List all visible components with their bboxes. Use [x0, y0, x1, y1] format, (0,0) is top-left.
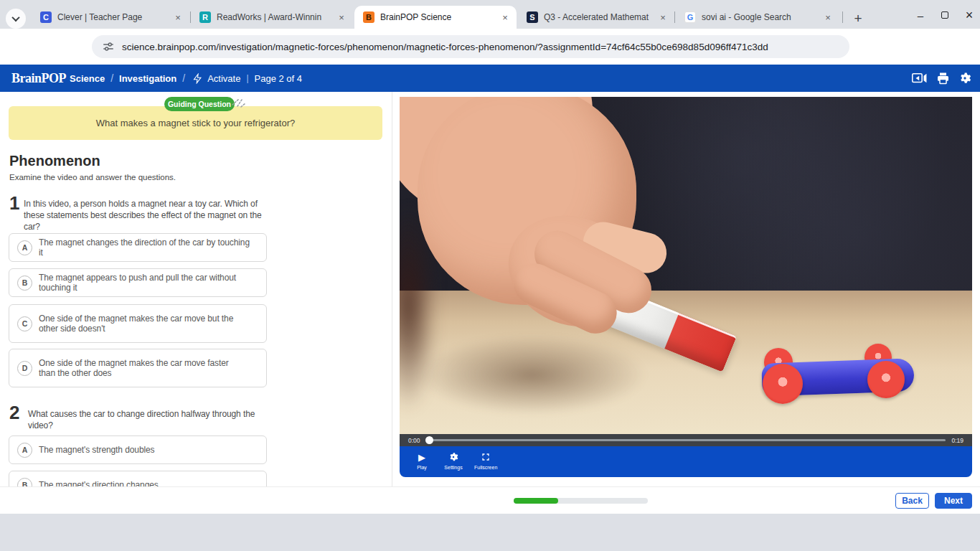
url-text[interactable]: science.brainpop.com/investigation/magne… [122, 42, 768, 52]
answer-option-a[interactable]: A The magnet changes the direction of th… [9, 233, 267, 262]
fullscreen-label: Fullscreen [474, 465, 497, 470]
answer-option-b[interactable]: B The magnet's direction changes [9, 471, 267, 486]
option-text: One side of the magnet makes the car mov… [39, 358, 243, 378]
settings-label: Settings [444, 465, 462, 470]
restore-icon [941, 11, 948, 19]
option-text: The magnet appears to push and pull the … [39, 273, 254, 293]
schoology-favicon: S [527, 11, 538, 23]
question-number: 1 [9, 192, 19, 215]
playhead[interactable] [425, 436, 433, 444]
tab-title: Q3 - Accelerated Mathemat [544, 12, 653, 22]
shelf: Sign out 1 Jan 27 8:12 [0, 514, 980, 551]
settings-button[interactable]: Settings [443, 451, 464, 470]
tab-title: sovi ai - Google Search [702, 12, 818, 22]
guiding-question-box: What makes a magnet stick to your refrig… [9, 106, 382, 140]
option-text: The magnet's strength doubles [39, 445, 254, 455]
close-window-button[interactable]: × [961, 7, 977, 23]
brainpop-logo-science: Science [70, 73, 105, 84]
progress-bar [514, 498, 648, 504]
page-footer: Back Next [0, 486, 980, 514]
print-icon[interactable] [936, 72, 950, 85]
settings-gear-icon[interactable] [958, 72, 971, 85]
breadcrumb-investigation[interactable]: Investigation [119, 73, 176, 84]
panel-divider [392, 92, 392, 486]
restore-button[interactable] [937, 7, 953, 23]
tab-title: Clever | Teacher Page [57, 12, 168, 22]
browser-toolbar: ← → ↻ science.brainpop.com/investigation… [0, 29, 980, 65]
breadcrumb-separator: / [182, 72, 185, 84]
video-player[interactable]: 0:00 0:19 ▶ Play Settings [400, 97, 972, 477]
answer-option-c[interactable]: C One side of the magnet makes the car m… [9, 304, 267, 343]
next-nav-button[interactable]: Next [935, 493, 972, 509]
tab-title: BrainPOP Science [380, 12, 495, 22]
time-current: 0:00 [408, 437, 420, 444]
back-nav-button[interactable]: Back [895, 493, 929, 509]
option-text: The magnet changes the direction of the … [39, 237, 254, 258]
settings-gear-icon [448, 451, 458, 463]
screen: C Clever | Teacher Page × R ReadWorks | … [0, 0, 980, 551]
tab-strip: C Clever | Teacher Page × R ReadWorks | … [0, 0, 980, 29]
site-info-icon[interactable] [102, 40, 115, 53]
tab-readworks[interactable]: R ReadWorks | Award-Winnin × [191, 6, 353, 29]
read-aloud-icon[interactable] [912, 72, 928, 85]
question-number: 2 [9, 402, 19, 424]
option-letter: D [17, 361, 32, 376]
video-control-bar: ▶ Play Settings Fullscreen [400, 446, 972, 477]
tab-schoology[interactable]: S Q3 - Accelerated Mathemat × [518, 6, 674, 29]
option-letter: A [17, 443, 32, 458]
fullscreen-icon [481, 451, 490, 463]
breadcrumb-separator: / [110, 72, 113, 84]
sparkle-icon [230, 92, 248, 108]
play-button[interactable]: ▶ Play [411, 451, 433, 470]
fullscreen-button[interactable]: Fullscreen [474, 451, 497, 470]
option-letter: B [17, 276, 32, 291]
play-label: Play [417, 465, 427, 470]
readworks-favicon: R [199, 11, 211, 23]
new-tab-button[interactable]: + [848, 9, 868, 29]
answer-option-a[interactable]: A The magnet's strength doubles [9, 435, 267, 464]
question-text: In this video, a person holds a magnet n… [24, 198, 272, 232]
answer-option-b[interactable]: B The magnet appears to push and pull th… [9, 268, 267, 297]
header-pipe: | [246, 73, 248, 83]
tab-google-search[interactable]: G sovi ai - Google Search × [676, 6, 839, 29]
time-total: 0:19 [951, 437, 963, 444]
tab-title: ReadWorks | Award-Winnin [217, 12, 331, 22]
option-letter: A [17, 240, 32, 255]
tab-separator [674, 11, 675, 23]
play-icon: ▶ [418, 451, 425, 463]
activate-bolt-icon [192, 73, 203, 84]
minimize-button[interactable]: – [913, 7, 928, 23]
seek-track[interactable] [426, 439, 946, 441]
main-content: Guiding Question What makes a magnet sti… [0, 92, 980, 486]
toy-car-wheel [763, 364, 803, 404]
option-text: One side of the magnet makes the car mov… [39, 314, 243, 334]
clever-favicon: C [40, 11, 52, 23]
section-title: Phenomenon [9, 153, 100, 169]
page-indicator: Page 2 of 4 [255, 73, 303, 84]
close-icon[interactable]: × [172, 11, 184, 23]
close-icon[interactable]: × [822, 11, 834, 23]
tab-brainpop-active[interactable]: B BrainPOP Science × [354, 6, 517, 29]
guiding-question-badge: Guiding Question [164, 97, 235, 111]
tab-clever[interactable]: C Clever | Teacher Page × [32, 6, 189, 29]
close-icon[interactable]: × [657, 11, 669, 23]
guiding-question-text: What makes a magnet stick to your refrig… [96, 118, 295, 128]
close-icon[interactable]: × [336, 11, 347, 23]
chevron-down-icon [11, 14, 19, 22]
progress-fill [514, 498, 558, 504]
tab-separator [842, 11, 843, 23]
question-text: What causes the car to change direction … [28, 408, 276, 431]
tab-search-button[interactable] [6, 9, 26, 29]
close-icon[interactable]: × [499, 11, 511, 23]
brainpop-favicon: B [363, 11, 374, 23]
video-scene [400, 97, 972, 434]
address-bar[interactable]: science.brainpop.com/investigation/magne… [92, 35, 849, 58]
brainpop-logo[interactable]: BrainPOP [11, 71, 66, 86]
option-letter: B [17, 478, 32, 487]
answer-option-d[interactable]: D One side of the magnet makes the car m… [9, 349, 267, 387]
section-subtitle: Examine the video and answer the questio… [9, 173, 176, 182]
brainpop-header: BrainPOP Science / Investigation / Activ… [0, 65, 980, 92]
option-letter: C [17, 316, 32, 331]
toy-car-wheel [867, 361, 905, 398]
video-timeline[interactable]: 0:00 0:19 [400, 434, 972, 446]
